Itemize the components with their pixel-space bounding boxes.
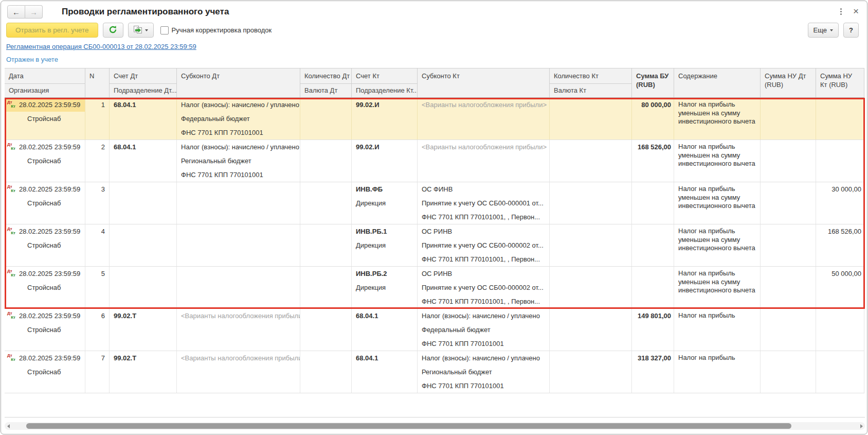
cell-sum-bu[interactable]: 168 526,00 xyxy=(632,140,674,182)
cell-subconto-kt[interactable]: ОС РИНВПринятие к учету ОС СБ00-000002 о… xyxy=(418,224,550,266)
cell-date[interactable]: ДтКт28.02.2025 23:59:59Стройснаб xyxy=(5,267,85,308)
cell-sum-nu-kt[interactable] xyxy=(816,98,864,140)
cell-subconto-dt[interactable]: Налог (взносы): начислено / уплаченоРеги… xyxy=(177,140,300,182)
cell-account-dt[interactable]: 68.04.1 xyxy=(110,98,177,140)
cell-qty-kt[interactable] xyxy=(550,182,632,224)
cell-subconto-kt[interactable]: Налог (взносы): начислено / уплаченоРеги… xyxy=(418,351,550,393)
cell-content[interactable]: Налог на прибыль xyxy=(674,309,761,351)
cell-sum-nu-kt[interactable] xyxy=(816,309,864,351)
cell-content[interactable]: Налог на прибыль уменьшен на сумму инвес… xyxy=(674,140,761,182)
cell-sum-nu-kt[interactable]: 30 000,00 xyxy=(816,182,864,224)
cell-sum-nu-dt[interactable] xyxy=(761,351,816,393)
cell-content[interactable]: Налог на прибыль уменьшен на сумму инвес… xyxy=(674,98,761,140)
cell-qty-kt[interactable] xyxy=(550,140,632,182)
more-menu-dots-icon[interactable] xyxy=(840,8,842,15)
cell-sum-bu[interactable]: 318 327,00 xyxy=(632,351,674,393)
cell-account-kt[interactable]: 99.02.И xyxy=(352,140,418,182)
cell-qty-dt[interactable] xyxy=(300,351,352,393)
cell-account-kt[interactable]: ИНВ.РБ.1Дирекция xyxy=(352,224,418,266)
cell-sum-bu[interactable] xyxy=(632,224,674,266)
scrollbar-thumb[interactable] xyxy=(26,423,791,429)
cell-sum-nu-kt[interactable]: 50 000,00 xyxy=(816,267,864,308)
cell-qty-dt[interactable] xyxy=(300,267,352,308)
cell-qty-dt[interactable] xyxy=(300,140,352,182)
cell-account-kt[interactable]: 68.04.1 xyxy=(352,309,418,351)
cell-number[interactable]: 1 xyxy=(85,98,110,140)
close-icon[interactable]: × xyxy=(853,7,859,15)
cell-content[interactable]: Налог на прибыль xyxy=(674,351,761,393)
cell-subconto-dt[interactable]: Налог (взносы): начислено / уплаченоФеде… xyxy=(177,98,300,140)
more-button[interactable]: Еще xyxy=(808,23,839,38)
cell-account-kt[interactable]: ИНВ.РБ.2Дирекция xyxy=(352,267,418,308)
cell-account-kt[interactable]: ИНВ.ФБДирекция xyxy=(352,182,418,224)
cell-sum-bu[interactable]: 149 801,00 xyxy=(632,309,674,351)
cell-subconto-dt[interactable] xyxy=(177,182,300,224)
help-button[interactable]: ? xyxy=(843,23,859,38)
cell-subconto-kt[interactable]: <Варианты налогообложения прибыли> xyxy=(418,98,550,140)
cell-qty-kt[interactable] xyxy=(550,351,632,393)
cell-qty-dt[interactable] xyxy=(300,98,352,140)
cell-content[interactable]: Налог на прибыль уменьшен на сумму инвес… xyxy=(674,224,761,266)
cell-qty-kt[interactable] xyxy=(550,267,632,308)
cell-sum-nu-kt[interactable]: 168 526,00 xyxy=(816,224,864,266)
cell-subconto-dt[interactable] xyxy=(177,267,300,308)
cell-sum-nu-kt[interactable] xyxy=(816,351,864,393)
cell-content[interactable]: Налог на прибыль уменьшен на сумму инвес… xyxy=(674,182,761,224)
back-button[interactable]: ← xyxy=(7,5,25,19)
cell-date[interactable]: ДтКт28.02.2025 23:59:59Стройснаб xyxy=(5,224,85,266)
cell-date[interactable]: ДтКт28.02.2025 23:59:59Стройснаб xyxy=(5,351,85,393)
horizontal-scrollbar[interactable] xyxy=(5,422,865,430)
cell-account-dt[interactable]: 99.02.Т xyxy=(110,351,177,393)
cell-number[interactable]: 5 xyxy=(85,267,110,308)
cell-subconto-dt[interactable] xyxy=(177,224,300,266)
cell-number[interactable]: 2 xyxy=(85,140,110,182)
cell-subconto-dt[interactable]: <Варианты налогообложения прибыли> xyxy=(177,309,300,351)
cell-sum-bu[interactable]: 80 000,00 xyxy=(632,98,674,140)
cell-account-dt[interactable]: 99.02.Т xyxy=(110,309,177,351)
cell-subconto-kt[interactable]: Налог (взносы): начислено / уплаченоФеде… xyxy=(418,309,550,351)
cell-number[interactable]: 7 xyxy=(85,351,110,393)
cell-sum-nu-dt[interactable] xyxy=(761,182,816,224)
cell-sum-nu-dt[interactable] xyxy=(761,309,816,351)
cell-subconto-kt[interactable]: ОС ФИНВПринятие к учету ОС СБ00-000001 о… xyxy=(418,182,550,224)
cell-account-dt[interactable]: 68.04.1 xyxy=(110,140,177,182)
cell-account-kt[interactable]: 99.02.И xyxy=(352,98,418,140)
cell-sum-nu-dt[interactable] xyxy=(761,140,816,182)
cell-number[interactable]: 3 xyxy=(85,182,110,224)
cell-content[interactable]: Налог на прибыль уменьшен на сумму инвес… xyxy=(674,267,761,308)
cell-date[interactable]: ДтКт28.02.2025 23:59:59Стройснаб xyxy=(5,98,85,140)
cell-subconto-kt[interactable]: ОС РИНВПринятие к учету ОС СБ00-000002 о… xyxy=(418,267,550,308)
cell-subconto-kt[interactable]: <Варианты налогообложения прибыли> xyxy=(418,140,550,182)
cell-account-kt[interactable]: 68.04.1 xyxy=(352,351,418,393)
manual-adjustment-checkbox[interactable] xyxy=(160,26,169,34)
cell-number[interactable]: 4 xyxy=(85,224,110,266)
cell-subconto-dt[interactable]: <Варианты налогообложения прибыли> xyxy=(177,351,300,393)
cell-sum-bu[interactable] xyxy=(632,182,674,224)
cell-qty-kt[interactable] xyxy=(550,309,632,351)
selection-frame: ДтКт28.02.2025 23:59:59Стройснаб168.04.1… xyxy=(5,98,865,309)
cell-sum-bu[interactable] xyxy=(632,267,674,308)
scroll-right-arrow[interactable] xyxy=(858,422,865,430)
cell-qty-dt[interactable] xyxy=(300,309,352,351)
scroll-left-arrow[interactable] xyxy=(5,422,12,430)
cell-sum-nu-dt[interactable] xyxy=(761,98,816,140)
show-postings-report-button[interactable] xyxy=(128,23,154,38)
cell-account-dt[interactable] xyxy=(110,267,177,308)
cell-account-dt[interactable] xyxy=(110,224,177,266)
refresh-button[interactable] xyxy=(103,23,123,38)
cell-sum-nu-dt[interactable] xyxy=(761,224,816,266)
cell-sum-nu-dt[interactable] xyxy=(761,267,816,308)
cell-qty-dt[interactable] xyxy=(300,182,352,224)
cell-date[interactable]: ДтКт28.02.2025 23:59:59Стройснаб xyxy=(5,140,85,182)
cell-date[interactable]: ДтКт28.02.2025 23:59:59Стройснаб xyxy=(5,309,85,351)
cell-sum-nu-kt[interactable] xyxy=(816,140,864,182)
forward-button[interactable]: → xyxy=(25,5,43,19)
regulated-operation-link[interactable]: Регламентная операция СБ00-000013 от 28.… xyxy=(6,43,196,50)
reflect-in-accounting-button[interactable]: Отразить в регл. учете xyxy=(6,23,98,38)
cell-qty-kt[interactable] xyxy=(550,98,632,140)
cell-qty-dt[interactable] xyxy=(300,224,352,266)
cell-account-dt[interactable] xyxy=(110,182,177,224)
cell-date[interactable]: ДтКт28.02.2025 23:59:59Стройснаб xyxy=(5,182,85,224)
cell-qty-kt[interactable] xyxy=(550,224,632,266)
cell-number[interactable]: 6 xyxy=(85,309,110,351)
